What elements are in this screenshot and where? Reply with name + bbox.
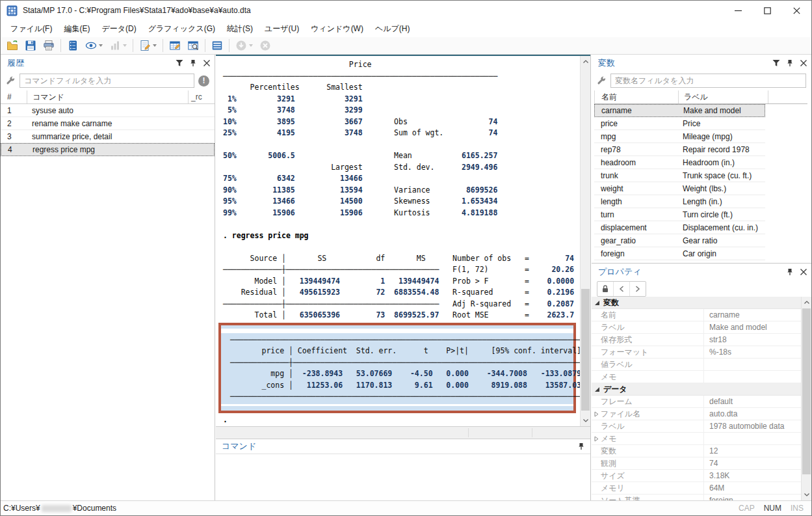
variables-col-label[interactable]: ラベル: [678, 90, 768, 103]
maximize-button[interactable]: [753, 1, 782, 20]
variables-filter-input[interactable]: [610, 74, 806, 88]
variable-row[interactable]: headroomHeadroom (in.): [594, 156, 811, 169]
lock-icon[interactable]: [597, 282, 613, 296]
variable-row[interactable]: pricePrice: [594, 117, 811, 130]
variables-manager-button[interactable]: [209, 37, 226, 54]
property-row[interactable]: サイズ3.18K: [592, 470, 801, 482]
pin-icon[interactable]: [786, 268, 794, 276]
close-icon[interactable]: [203, 59, 211, 67]
property-row[interactable]: メモリ64M: [592, 482, 801, 495]
close-button[interactable]: [782, 1, 811, 20]
property-section-header[interactable]: 変数: [592, 297, 801, 309]
property-row[interactable]: 保存形式str18: [592, 334, 801, 346]
scroll-down-icon[interactable]: [802, 489, 812, 500]
menu-item-statistics[interactable]: 統計(S): [221, 21, 259, 37]
history-row[interactable]: 1sysuse auto: [1, 104, 215, 117]
variable-row[interactable]: carnameMake and model: [594, 104, 811, 117]
history-row[interactable]: 4regress price mpg: [1, 143, 215, 156]
result-line: ─────────────┼──────────────────────────…: [223, 299, 580, 310]
menu-item-data[interactable]: データ(D): [96, 21, 142, 37]
variable-row[interactable]: foreignCar origin: [594, 247, 811, 260]
variables-col-extra: [768, 90, 807, 103]
viewer-button[interactable]: [83, 37, 105, 54]
pin-icon[interactable]: [577, 442, 585, 450]
menu-item-edit[interactable]: 編集(E): [58, 21, 96, 37]
variable-row[interactable]: turnTurn circle (ft.): [594, 208, 811, 221]
variable-row[interactable]: rep78Repair record 1978: [594, 143, 811, 156]
property-key: ファイル名: [601, 408, 704, 420]
property-row[interactable]: ファイル名auto.dta: [592, 408, 801, 420]
dropdown-caret-icon[interactable]: [123, 44, 127, 47]
property-row[interactable]: 変数12: [592, 445, 801, 457]
history-col-command[interactable]: コマンド: [27, 90, 188, 103]
history-filter-input[interactable]: [20, 74, 194, 88]
close-icon[interactable]: [800, 59, 807, 67]
properties-scrollbar-thumb[interactable]: [802, 308, 811, 474]
property-row[interactable]: メモ: [592, 433, 801, 445]
data-browser-button[interactable]: [185, 37, 202, 54]
section-expander-icon[interactable]: [594, 387, 600, 392]
property-row[interactable]: ラベル1978 automobile data: [592, 420, 801, 433]
dropdown-caret-icon[interactable]: [99, 44, 103, 47]
property-row[interactable]: ラベルMake and model: [592, 321, 801, 334]
variable-row-main: mpgMileage (mpg): [594, 130, 765, 143]
dropdown-caret-icon[interactable]: [153, 44, 157, 47]
menu-item-window[interactable]: ウィンドウ(W): [305, 21, 369, 37]
variable-row[interactable]: lengthLength (in.): [594, 195, 811, 208]
property-row[interactable]: メモ: [592, 371, 801, 383]
variable-row[interactable]: gear_ratioGear ratio: [594, 234, 811, 247]
variable-row[interactable]: displacementDisplacement (cu. in.): [594, 221, 811, 234]
minimize-button[interactable]: [724, 1, 753, 20]
menu-item-help[interactable]: ヘルプ(H): [369, 21, 416, 37]
variable-row-main: turnTurn circle (ft.): [594, 208, 765, 221]
property-section-header[interactable]: データ: [592, 383, 801, 396]
variable-row[interactable]: weightWeight (lbs.): [594, 182, 811, 195]
command-input-area[interactable]: [216, 454, 590, 500]
filter-icon[interactable]: [772, 59, 780, 67]
results-scrollbar[interactable]: [580, 56, 590, 426]
variable-row[interactable]: mpgMileage (mpg): [594, 130, 811, 143]
open-button[interactable]: [4, 37, 21, 54]
property-row[interactable]: フレームdefault: [592, 396, 801, 408]
dofile-editor-button[interactable]: [137, 37, 159, 54]
save-button[interactable]: [22, 37, 39, 54]
menu-item-file[interactable]: ファイル(F): [5, 21, 58, 37]
property-row[interactable]: 値ラベル: [592, 359, 801, 371]
pin-icon[interactable]: [786, 59, 794, 67]
close-icon[interactable]: [800, 268, 807, 276]
property-row[interactable]: フォーマット%-18s: [592, 346, 801, 359]
log-button[interactable]: [64, 37, 81, 54]
prev-variable-icon[interactable]: [613, 282, 629, 296]
print-button[interactable]: [40, 37, 57, 54]
property-value: 1978 automobile data: [704, 422, 801, 431]
scroll-up-icon[interactable]: [581, 56, 590, 67]
row-expander-icon[interactable]: [592, 411, 601, 417]
variable-name: mpg: [594, 132, 677, 141]
filter-icon[interactable]: [176, 59, 183, 67]
property-row[interactable]: 名前carname: [592, 309, 801, 321]
error-filter-icon[interactable]: !: [198, 75, 209, 87]
variables-col-name[interactable]: 名前: [594, 90, 678, 103]
results-scrollbar-thumb[interactable]: [581, 289, 590, 411]
data-editor-button[interactable]: [166, 37, 183, 54]
history-row[interactable]: 3summarize price, detail: [1, 130, 215, 143]
history-col-rc[interactable]: _rc: [188, 90, 215, 103]
scroll-down-icon[interactable]: [581, 415, 590, 426]
pin-icon[interactable]: [189, 59, 197, 67]
history-row[interactable]: 2rename make carname: [1, 117, 215, 130]
scroll-up-icon[interactable]: [802, 297, 812, 308]
property-row[interactable]: ソート基準foreign: [592, 495, 801, 500]
property-row[interactable]: 観測74: [592, 457, 801, 470]
variable-name: length: [594, 197, 677, 206]
row-expander-icon[interactable]: [592, 436, 601, 442]
next-variable-icon[interactable]: [629, 282, 646, 296]
result-line: ─────────────┼──────────────────────────…: [223, 264, 580, 276]
properties-scrollbar[interactable]: [801, 297, 811, 500]
variable-row[interactable]: trunkTrunk space (cu. ft.): [594, 169, 811, 182]
section-expander-icon[interactable]: [594, 300, 600, 306]
property-key: フォーマット: [601, 346, 704, 358]
menu-item-user[interactable]: ユーザ(U): [259, 21, 305, 37]
dropdown-caret-icon[interactable]: [249, 44, 253, 47]
history-col-num[interactable]: #: [1, 90, 27, 103]
menu-item-graphics[interactable]: グラフィックス(G): [142, 21, 221, 37]
